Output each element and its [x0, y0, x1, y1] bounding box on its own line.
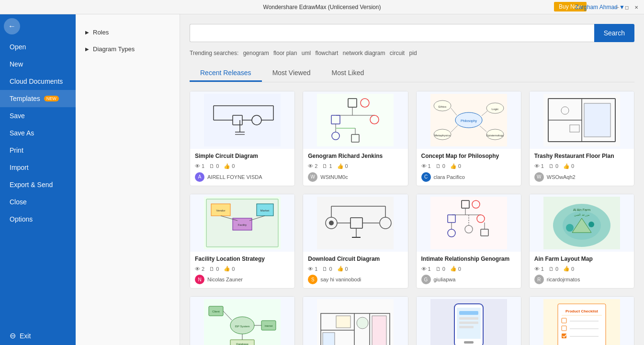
trending-flowchart[interactable]: flowchart [315, 50, 338, 56]
trending-network[interactable]: network diagram [343, 50, 385, 56]
svg-text:Metaphysics: Metaphysics [434, 134, 450, 137]
back-button[interactable]: ← [0, 14, 24, 38]
close-button[interactable]: ✕ [633, 3, 640, 11]
template-info: Intimate Relationship Genogram 👁 1 🗋 0 👍… [417, 252, 521, 289]
svg-point-88 [566, 224, 574, 232]
svg-rect-57 [317, 197, 394, 249]
titlebar-controls: ─ ◻ ✕ [613, 0, 640, 14]
template-card-genogram-richard[interactable]: Genogram Richard Jenkins 👁 2 🗋 1 👍 0 W W… [303, 91, 408, 186]
sidebar-item-export[interactable]: Export & Send [0, 176, 76, 193]
sidebar-item-templates[interactable]: Templates NEW [0, 90, 76, 107]
comment-count: 0 [442, 163, 445, 169]
svg-text:Logic: Logic [491, 108, 498, 111]
template-info: Facility Location Strategy 👁 2 🗋 0 👍 0 N… [190, 252, 294, 289]
template-card-facility-location[interactable]: Vendor Market Facility Facility Location… [190, 194, 295, 289]
back-icon: ← [4, 18, 20, 34]
sidebar-item-save-as[interactable]: Save As [0, 124, 76, 142]
trending-genogram[interactable]: genogram [243, 50, 269, 56]
svg-text:مزرعة العين: مزرعة العين [574, 213, 589, 217]
author-avatar: S [308, 275, 317, 284]
sidebar-item-print[interactable]: Print [0, 142, 76, 159]
template-title: Download Circuit Diagram [308, 256, 403, 263]
trending-uml[interactable]: uml [302, 50, 311, 56]
filter-diagram-types[interactable]: ▶ Diagram Types [76, 41, 180, 57]
template-author: W WStNUM0c [308, 172, 403, 182]
svg-point-110 [357, 317, 368, 329]
exit-button[interactable]: ⊖ Exit [0, 326, 76, 345]
trending-circuit[interactable]: circuit [390, 50, 405, 56]
filter-roles[interactable]: ▶ Roles [76, 24, 180, 41]
tab-most-liked[interactable]: Most Liked [321, 65, 375, 82]
sidebar-item-close[interactable]: Close [0, 193, 76, 211]
template-stats: 👁 1 🗋 0 👍 0 [534, 266, 629, 272]
sidebar-item-save[interactable]: Save [0, 107, 76, 124]
template-card-product-checklist[interactable]: Product Checklist Product Checklist [529, 296, 634, 345]
comment-icon: 🗋 [549, 266, 554, 272]
svg-rect-108 [323, 333, 335, 345]
chevron-right-icon: ▶ [85, 30, 89, 35]
like-count: 0 [458, 266, 461, 272]
tab-most-viewed[interactable]: Most Viewed [262, 65, 321, 82]
author-avatar: R [534, 275, 544, 284]
comment-count: 0 [442, 266, 445, 272]
template-thumbnail [530, 91, 634, 149]
view-stat: 👁 1 [421, 266, 431, 272]
template-thumbnail: Product Checklist [530, 297, 634, 345]
sidebar-item-cloud[interactable]: Cloud Documents [0, 73, 76, 90]
template-thumbnail [417, 297, 521, 345]
eye-icon: 👁 [308, 266, 313, 272]
sidebar-item-options[interactable]: Options [0, 211, 76, 228]
eye-icon: 👁 [534, 266, 540, 272]
search-button[interactable]: Search [594, 24, 634, 42]
comment-icon: 🗋 [436, 266, 441, 272]
like-count: 0 [232, 266, 235, 272]
template-card-intimate-relationship[interactable]: Intimate Relationship Genogram 👁 1 🗋 0 👍… [416, 194, 521, 289]
thumb-icon: 👍 [337, 163, 344, 169]
template-title: Ain Farm Layout Map [534, 256, 629, 263]
template-info: Ain Farm Layout Map 👁 1 🗋 0 👍 0 R ricard… [530, 252, 634, 289]
content-area: Search Trending searches: genogram floor… [180, 14, 644, 345]
svg-point-89 [588, 222, 594, 227]
tab-recent[interactable]: Recent Releases [190, 65, 262, 82]
sidebar: ← Open New Cloud Documents Templates NEW… [0, 14, 76, 345]
template-info: Download Circuit Diagram 👁 1 🗋 0 👍 0 S s… [303, 252, 407, 289]
template-title: Intimate Relationship Genogram [421, 256, 516, 263]
svg-rect-46 [584, 103, 610, 137]
trending-pid[interactable]: pid [409, 50, 417, 56]
sidebar-item-new[interactable]: New [0, 56, 76, 73]
template-card-concept-map[interactable]: Philosophy Ethics Logic Metaphysics Epis… [416, 91, 521, 186]
eye-icon: 👁 [534, 163, 540, 169]
restore-button[interactable]: ◻ [623, 3, 631, 11]
trending-floorplan[interactable]: floor plan [273, 50, 297, 56]
view-stat: 👁 1 [308, 266, 317, 272]
view-stat: 👁 1 [534, 266, 544, 272]
author-avatar: N [195, 275, 204, 284]
svg-text:Al Ain Farm: Al Ain Farm [573, 208, 590, 211]
search-input[interactable] [190, 24, 594, 42]
template-card-mobile-app[interactable]: Mobile App Design [416, 296, 521, 345]
template-author: N Nicolas Zauner [195, 275, 290, 284]
template-card-simple-circuit[interactable]: Simple Circuit Diagram 👁 1 🗋 0 👍 0 A AIR… [190, 91, 295, 186]
template-info: Simple Circuit Diagram 👁 1 🗋 0 👍 0 A AIR… [190, 149, 294, 186]
like-stat: 👍 0 [224, 266, 235, 272]
sidebar-item-open[interactable]: Open [0, 38, 76, 56]
eye-icon: 👁 [308, 163, 313, 169]
svg-point-59 [329, 221, 334, 225]
view-count: 2 [315, 163, 317, 169]
template-author: A AIRELL FOYNE VISDA [195, 172, 290, 182]
template-title: Genogram Richard Jenkins [308, 153, 403, 160]
template-card-trashy-restaurant[interactable]: Trashy Restaurant Floor Plan 👁 1 🗋 0 👍 0… [529, 91, 634, 186]
minimize-button[interactable]: ─ [613, 3, 621, 11]
template-thumbnail [303, 194, 407, 252]
author-name: Nicolas Zauner [207, 277, 243, 282]
sidebar-item-import[interactable]: Import [0, 159, 76, 176]
eye-icon: 👁 [195, 266, 200, 272]
comment-count: 0 [329, 266, 332, 272]
comment-stat: 🗋 1 [322, 163, 332, 169]
template-card-isp-dfd[interactable]: Client ISP System Internet Database ISP … [190, 296, 295, 345]
template-card-ain-farm[interactable]: Al Ain Farm مزرعة العين Ain Farm Layout … [529, 194, 634, 289]
thumb-icon: 👍 [450, 266, 457, 272]
template-card-download-circuit[interactable]: Download Circuit Diagram 👁 1 🗋 0 👍 0 S s… [303, 194, 408, 289]
app-title: Wondershare EdrawMax (Unlicensed Version… [263, 4, 381, 11]
template-card-ground-floor[interactable]: Ground Floor House Plan 👁 4 🗋 1 👍 0 M Mi… [303, 296, 408, 345]
